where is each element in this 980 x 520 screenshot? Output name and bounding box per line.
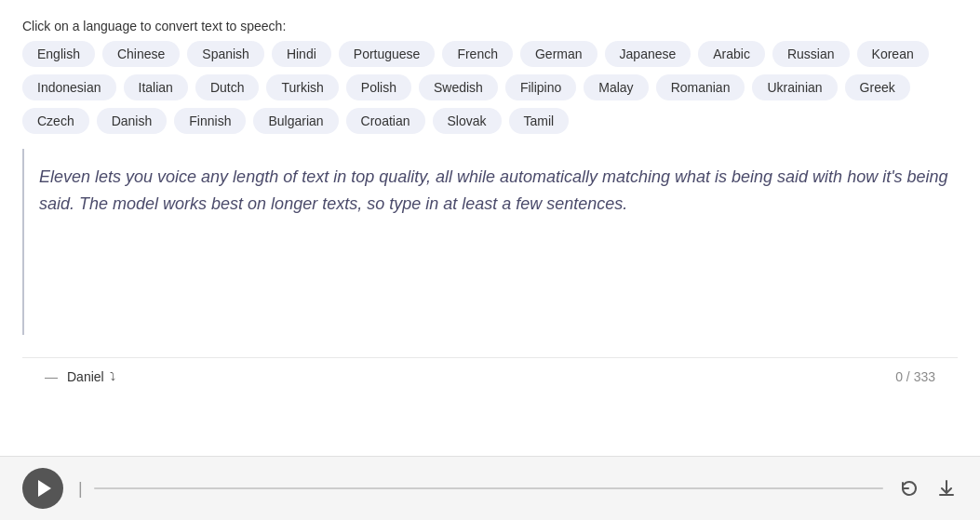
instruction-label: Click on a language to convert text to s… — [22, 19, 286, 33]
language-tag-portuguese[interactable]: Portuguese — [339, 41, 436, 67]
language-tag-german[interactable]: German — [520, 41, 597, 67]
voice-dash: — — [45, 369, 58, 384]
main-content: Click on a language to convert text to s… — [0, 0, 980, 395]
player-controls-right — [898, 477, 958, 500]
language-tag-romanian[interactable]: Romanian — [656, 74, 745, 100]
language-tag-swedish[interactable]: Swedish — [419, 74, 498, 100]
language-tag-chinese[interactable]: Chinese — [102, 41, 180, 67]
voice-selector[interactable]: — Daniel ⤵ — [45, 369, 115, 384]
voice-name: Daniel — [67, 369, 104, 384]
language-tag-french[interactable]: French — [442, 41, 513, 67]
language-tag-italian[interactable]: Italian — [124, 74, 188, 100]
progress-line[interactable] — [94, 487, 883, 489]
refresh-button[interactable] — [898, 477, 920, 500]
play-icon — [38, 480, 51, 497]
language-tag-russian[interactable]: Russian — [772, 41, 850, 67]
bottom-bar: — Daniel ⤵ 0 / 333 — [22, 357, 958, 395]
language-tag-bulgarian[interactable]: Bulgarian — [253, 108, 338, 134]
language-tag-ukrainian[interactable]: Ukrainian — [752, 74, 837, 100]
language-tag-malay[interactable]: Malay — [584, 74, 648, 100]
language-tag-slovak[interactable]: Slovak — [433, 108, 502, 134]
language-tag-indonesian[interactable]: Indonesian — [22, 74, 116, 100]
language-tag-polish[interactable]: Polish — [346, 74, 411, 100]
refresh-icon — [899, 478, 920, 499]
language-tag-turkish[interactable]: Turkish — [266, 74, 338, 100]
language-tag-tamil[interactable]: Tamil — [509, 108, 570, 134]
language-section: Click on a language to convert text to s… — [22, 19, 958, 134]
char-count: 0 / 333 — [895, 369, 935, 384]
language-tag-arabic[interactable]: Arabic — [698, 41, 765, 67]
player-bar: | — [0, 456, 980, 520]
language-tag-japanese[interactable]: Japanese — [605, 41, 691, 67]
language-tag-english[interactable]: English — [22, 41, 95, 67]
text-area-container[interactable]: Eleven lets you voice any length of text… — [22, 149, 958, 335]
download-icon — [936, 478, 957, 499]
text-area-content[interactable]: Eleven lets you voice any length of text… — [39, 164, 954, 218]
language-tag-spanish[interactable]: Spanish — [187, 41, 264, 67]
language-tag-greek[interactable]: Greek — [845, 74, 910, 100]
progress-indicator: | — [78, 480, 83, 497]
download-button[interactable] — [935, 477, 958, 500]
language-tags-container: EnglishChineseSpanishHindiPortugueseFren… — [22, 41, 958, 134]
language-tag-hindi[interactable]: Hindi — [272, 41, 331, 67]
progress-bar-container: | — [78, 480, 883, 497]
language-tag-filipino[interactable]: Filipino — [505, 74, 576, 100]
language-tag-croatian[interactable]: Croatian — [346, 108, 425, 134]
language-tag-czech[interactable]: Czech — [22, 108, 89, 134]
play-button[interactable] — [22, 468, 63, 509]
language-tag-korean[interactable]: Korean — [857, 41, 929, 67]
language-tag-danish[interactable]: Danish — [97, 108, 168, 134]
language-tag-dutch[interactable]: Dutch — [195, 74, 260, 100]
language-tag-finnish[interactable]: Finnish — [174, 108, 246, 134]
chevron-down-icon: ⤵ — [110, 370, 115, 383]
